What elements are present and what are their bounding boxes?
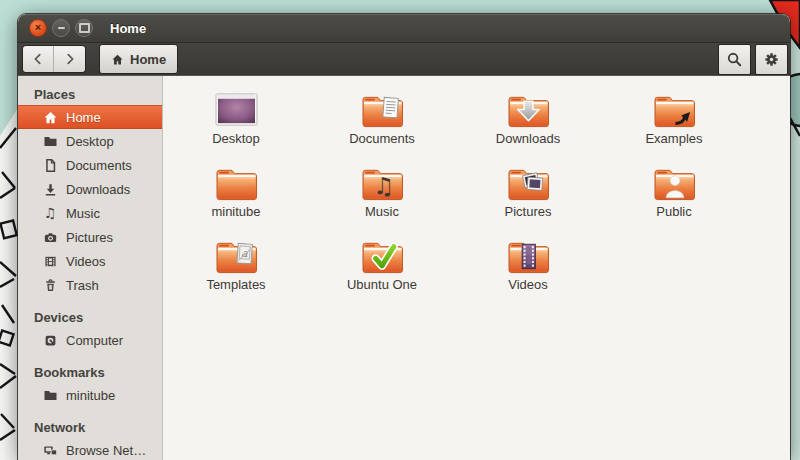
sidebar-header-devices: Devices — [18, 306, 162, 328]
file-item-ubuntu-one[interactable]: Ubuntu One — [309, 234, 455, 307]
sidebar-item-label: Videos — [66, 254, 106, 269]
file-item-minitube[interactable]: minitube — [163, 161, 309, 234]
film-icon — [42, 253, 58, 269]
home-icon — [111, 53, 124, 66]
sidebar-item-home[interactable]: Home — [18, 105, 162, 129]
sidebar-item-computer[interactable]: Computer — [18, 328, 162, 352]
music-note-icon: ♫ — [42, 205, 58, 221]
sidebar-header-bookmarks: Bookmarks — [18, 361, 162, 383]
sidebar-item-label: Browse Net… — [66, 443, 146, 458]
camera-icon — [42, 229, 58, 245]
back-chevron-icon — [31, 52, 45, 66]
file-label: Music — [365, 204, 399, 219]
folder-pictures-icon — [504, 161, 552, 203]
file-label: Examples — [645, 131, 702, 146]
file-label: Ubuntu One — [347, 277, 417, 292]
close-button[interactable]: × — [29, 19, 47, 37]
sidebar-item-trash[interactable]: Trash — [18, 273, 162, 297]
desktop-screen-icon — [212, 88, 260, 130]
file-item-examples[interactable]: Examples — [601, 88, 747, 161]
search-icon — [726, 51, 743, 68]
sidebar-header-network: Network — [18, 416, 162, 438]
gear-button[interactable] — [755, 44, 788, 75]
navigation-buttons — [22, 45, 86, 73]
titlebar: × Home — [18, 14, 790, 43]
download-icon — [42, 181, 58, 197]
svg-text:♫: ♫ — [372, 172, 393, 200]
folder-icon — [42, 387, 58, 403]
sidebar-item-browse-network[interactable]: Browse Net… — [18, 438, 162, 460]
file-label: Desktop — [212, 131, 260, 146]
breadcrumb-home-button[interactable]: Home — [99, 44, 178, 74]
breadcrumb-label: Home — [130, 52, 166, 67]
folder-checkmark-icon — [358, 234, 406, 276]
file-manager-window: × Home Home — [18, 14, 790, 460]
file-item-desktop[interactable]: Desktop — [163, 88, 309, 161]
file-item-public[interactable]: Public — [601, 161, 747, 234]
folder-icon — [42, 133, 58, 149]
file-label: Videos — [508, 277, 548, 292]
drive-icon — [42, 332, 58, 348]
sidebar-item-label: Computer — [66, 333, 123, 348]
sidebar-item-label: Desktop — [66, 134, 114, 149]
folder-symlink-icon — [650, 88, 698, 130]
file-item-videos[interactable]: Videos — [455, 234, 601, 307]
file-item-downloads[interactable]: Downloads — [455, 88, 601, 161]
folder-icon — [212, 161, 260, 203]
file-label: Documents — [349, 131, 415, 146]
sidebar-item-documents[interactable]: Documents — [18, 153, 162, 177]
search-button[interactable] — [718, 44, 751, 75]
sidebar-item-label: Music — [66, 206, 100, 221]
back-button[interactable] — [23, 46, 54, 72]
file-item-templates[interactable]: a Templates — [163, 234, 309, 307]
sidebar-item-videos[interactable]: Videos — [18, 249, 162, 273]
folder-downloads-icon — [504, 88, 552, 130]
trash-icon — [42, 277, 58, 293]
file-label: Pictures — [505, 204, 552, 219]
sidebar-item-label: Pictures — [66, 230, 113, 245]
file-label: Downloads — [496, 131, 560, 146]
window-title: Home — [110, 21, 146, 36]
sidebar-item-downloads[interactable]: Downloads — [18, 177, 162, 201]
sidebar-item-minitube[interactable]: minitube — [18, 383, 162, 407]
sidebar-item-label: Documents — [66, 158, 132, 173]
file-label: Public — [656, 204, 691, 219]
forward-chevron-icon — [63, 52, 77, 66]
folder-videos-icon — [504, 234, 552, 276]
file-item-music[interactable]: ♫ Music — [309, 161, 455, 234]
minimize-button[interactable] — [52, 19, 70, 37]
folder-public-icon — [650, 161, 698, 203]
forward-button[interactable] — [54, 46, 85, 72]
toolbar: Home — [18, 43, 790, 76]
sidebar-item-label: Trash — [66, 278, 99, 293]
sidebar-header-places: Places — [18, 83, 162, 105]
file-item-pictures[interactable]: Pictures — [455, 161, 601, 234]
file-item-documents[interactable]: Documents — [309, 88, 455, 161]
folder-templates-icon: a — [212, 234, 260, 276]
gear-icon — [763, 51, 780, 68]
folder-documents-icon — [358, 88, 406, 130]
file-view: Desktop — [163, 76, 790, 460]
file-label: Templates — [206, 277, 265, 292]
sidebar-item-music[interactable]: ♫ Music — [18, 201, 162, 225]
document-icon — [42, 157, 58, 173]
icon-grid: Desktop — [163, 88, 790, 307]
sidebar-item-pictures[interactable]: Pictures — [18, 225, 162, 249]
sidebar-item-label: minitube — [66, 388, 115, 403]
sidebar: Places Home Desktop Documents — [18, 76, 163, 460]
maximize-button[interactable] — [75, 19, 93, 37]
file-label: minitube — [211, 204, 260, 219]
network-icon — [42, 442, 58, 458]
sidebar-item-label: Downloads — [66, 182, 130, 197]
folder-music-icon: ♫ — [358, 161, 406, 203]
home-icon — [42, 109, 58, 125]
sidebar-item-desktop[interactable]: Desktop — [18, 129, 162, 153]
sidebar-item-label: Home — [66, 110, 101, 125]
